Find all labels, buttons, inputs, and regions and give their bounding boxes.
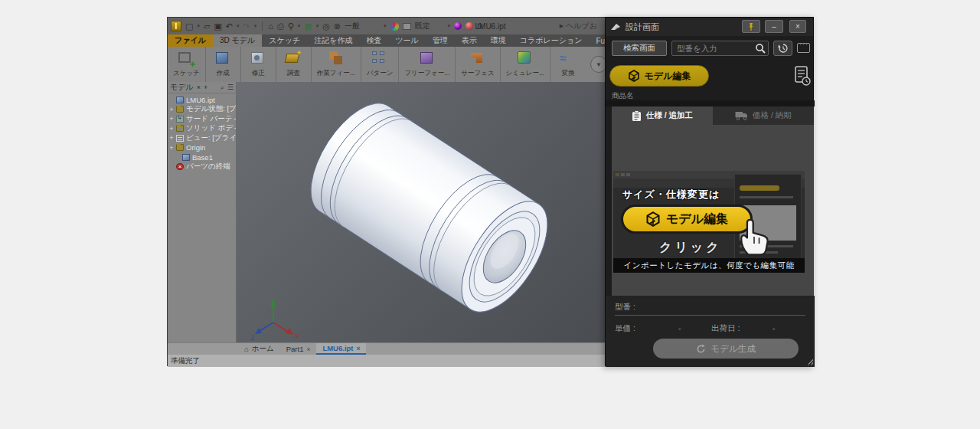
search-icon[interactable]	[755, 43, 766, 54]
physical-icon[interactable]: ◎	[322, 22, 330, 31]
browser-tree: LMU6.ipt + モデル状態: [プライマリ] + サード パーティ + ソ…	[168, 93, 236, 172]
cube-edit-icon	[628, 70, 640, 82]
tree-item-base1[interactable]: Base1	[169, 152, 236, 162]
model-edit-banner[interactable]: サイズ・仕様変更は モデル編集 クリック インポートしたモデルは、何度でも編集可…	[613, 171, 805, 273]
ribbon-group-surface[interactable]: サーフェス	[456, 47, 500, 82]
color-wheel-icon[interactable]	[390, 22, 399, 31]
model-browser: モデル × + ⌕ ☰ LMU6.ipt + モデル状態: [プライマリ]	[168, 82, 237, 342]
ribbon-group-work-features[interactable]: 作業フィー...	[312, 47, 361, 82]
doc-tab-home[interactable]: ⌂ ホーム	[238, 343, 280, 355]
tab-price[interactable]: 価格 / 納期	[713, 106, 814, 125]
part-number-input[interactable]	[671, 41, 769, 56]
cube-edit-icon	[645, 211, 661, 227]
tree-item-origin[interactable]: + Origin	[169, 143, 236, 153]
close-icon[interactable]: ×	[306, 345, 310, 353]
ribbon-tab-sketch[interactable]: スケッチ	[262, 34, 307, 47]
ribbon-tab-manage[interactable]: 管理	[426, 34, 455, 47]
browser-menu-icon[interactable]: ☰	[227, 84, 234, 91]
design-panel: 設計画面 – × 検索画面	[605, 17, 814, 366]
examine-icon: ✦	[284, 49, 302, 67]
ribbon-tab-tools[interactable]: ツール	[388, 34, 425, 47]
folder-icon	[176, 106, 184, 113]
ribbon-group-sketch[interactable]: ＋ スケッチ	[168, 47, 206, 82]
home-icon[interactable]: ⌂	[268, 22, 273, 31]
measure-icon[interactable]: ⚲	[288, 22, 294, 31]
tree-item-solid-bodies[interactable]: + ソリッド ボディ(1)	[169, 124, 236, 134]
unit-price-label: 単価 :	[615, 323, 635, 334]
ribbon-group-simulation[interactable]: シミュレー...	[501, 47, 550, 82]
doc-tab-lmu6[interactable]: LMU6.ipt ×	[316, 343, 366, 355]
appearance-select[interactable]: 既定	[415, 21, 430, 31]
ribbon-tab-file[interactable]: ファイル	[168, 34, 213, 47]
print-icon[interactable]: ⎙	[277, 22, 284, 31]
ribbon-tab-annotate[interactable]: 注記を作成	[307, 34, 359, 47]
browser-search-icon[interactable]: ⌕	[220, 84, 224, 92]
tree-item-view[interactable]: + ビュー: [プライマリ]	[169, 133, 236, 143]
quote-history-icon[interactable]	[794, 65, 811, 87]
history-button[interactable]	[773, 41, 792, 56]
redo-icon[interactable]: ↷	[243, 22, 250, 31]
search-screen-button[interactable]: 検索画面	[612, 41, 667, 56]
material-icon[interactable]: ▦	[304, 22, 312, 31]
ribbon-tab-3d-model[interactable]: 3D モデル	[213, 34, 262, 47]
inventor-logo-icon[interactable]: I	[171, 21, 181, 31]
doc-tab-part1[interactable]: Part1 ×	[280, 343, 317, 355]
add-qat-icon[interactable]: ＋	[487, 22, 495, 31]
material-select[interactable]: 一般	[345, 21, 360, 31]
panel-close-button[interactable]: ×	[789, 20, 806, 33]
surface-icon	[469, 49, 487, 67]
ribbon-group-modify[interactable]: 修正	[241, 47, 276, 82]
freeform-icon	[418, 49, 436, 67]
banner-headline: サイズ・仕様変更は	[622, 188, 720, 201]
ribbon-tab-collaboration[interactable]: コラボレーション	[513, 34, 590, 47]
axis-triad: Y X Z	[250, 296, 304, 342]
new-file-icon[interactable]: ▢	[185, 22, 193, 31]
pin-button[interactable]	[742, 20, 760, 33]
ribbon-tab-environments[interactable]: 環境	[484, 34, 513, 47]
resize-grip[interactable]	[807, 359, 813, 365]
tab-spec[interactable]: 仕様 / 追加工	[612, 106, 713, 125]
home-icon: ⌂	[244, 345, 249, 353]
infocenter-arrow-icon[interactable]: ▶	[560, 23, 564, 29]
sketch-icon: ＋	[177, 49, 195, 67]
modify-icon	[249, 49, 267, 67]
axis-x-label: X	[295, 332, 299, 340]
ribbon-group-create[interactable]: 作成	[206, 47, 241, 82]
work-features-icon	[327, 49, 345, 67]
tree-item-third-party[interactable]: + サード パーティ	[169, 114, 236, 124]
minimize-button[interactable]: –	[765, 20, 783, 33]
select-icon[interactable]: ⊗	[334, 22, 341, 31]
browser-add-icon[interactable]: +	[204, 84, 207, 91]
model-edit-button[interactable]: モデル編集	[609, 65, 709, 87]
adjust-sphere-icon[interactable]	[454, 22, 462, 30]
ribbon-tab-inspect[interactable]: 検査	[359, 34, 388, 47]
part-number-label: 型番 :	[615, 302, 635, 313]
browser-tab-label[interactable]: モデル	[170, 82, 194, 93]
third-party-icon	[176, 116, 184, 123]
ship-date-value: -	[773, 323, 776, 332]
product-name-value	[606, 100, 815, 106]
undo-icon[interactable]: ↶	[226, 22, 233, 31]
ribbon-group-examine[interactable]: ✦ 調査	[276, 47, 312, 82]
end-of-part-icon: ×	[176, 163, 184, 170]
model-generate-button[interactable]: モデル生成	[653, 339, 799, 359]
ribbon-group-freeform[interactable]: フリーフォー...	[399, 47, 456, 82]
tree-item-end-of-part[interactable]: × パーツの終端	[169, 162, 236, 172]
close-icon[interactable]: ×	[357, 345, 361, 352]
comment-icon[interactable]	[797, 43, 810, 53]
tree-item-root[interactable]: LMU6.ipt	[169, 95, 236, 105]
axis-y-label: Y	[271, 297, 276, 305]
appearance-icon[interactable]	[403, 23, 411, 30]
parameters-fx-icon[interactable]: fx	[477, 22, 483, 31]
clear-appearance-icon[interactable]	[466, 22, 473, 30]
folder-icon	[176, 144, 184, 151]
tree-item-model-states[interactable]: + モデル状態: [プライマリ]	[169, 105, 236, 115]
truck-icon	[735, 111, 748, 120]
help-label[interactable]: ヘルプお	[566, 21, 597, 31]
ribbon-group-convert[interactable]: ≈ 変換	[550, 47, 586, 82]
save-icon[interactable]: ▣	[214, 22, 221, 31]
ribbon-tab-view[interactable]: 表示	[455, 34, 484, 47]
browser-close-icon[interactable]: ×	[197, 84, 201, 91]
ribbon-group-pattern[interactable]: パターン	[361, 47, 400, 82]
open-file-icon[interactable]: ▱	[204, 22, 210, 31]
